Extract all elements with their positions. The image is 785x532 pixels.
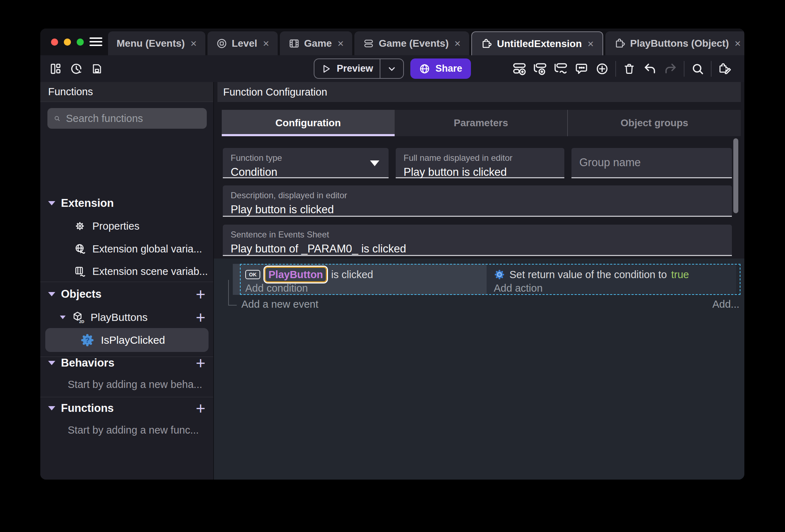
save-button[interactable] (87, 58, 107, 79)
tab-parameters[interactable]: Parameters (395, 110, 568, 136)
close-tab-icon[interactable]: × (588, 38, 594, 50)
tab-configuration[interactable]: Configuration (222, 110, 395, 136)
object-2d-icon: 2D (71, 311, 85, 324)
preview-options-button[interactable] (380, 59, 403, 78)
action-value-true: true (671, 269, 689, 281)
add-subevent-icon (533, 62, 547, 76)
add-ellipsis-button[interactable]: Add... (712, 298, 739, 310)
full-name-field[interactable]: Full name displayed in editor Play butto… (396, 148, 564, 178)
main-menu-icon[interactable] (89, 36, 102, 47)
add-object-button[interactable]: + (196, 286, 205, 302)
share-button[interactable]: Share (410, 58, 471, 79)
add-new-event-button[interactable]: Add a new event (241, 298, 318, 310)
tab-game-events[interactable]: Game (Events) × (354, 31, 469, 55)
tab-label: Game (304, 38, 332, 49)
preview-label: Preview (337, 63, 373, 74)
chevron-down-icon (387, 64, 397, 74)
group-name-field[interactable] (571, 148, 732, 178)
add-circle-button[interactable] (592, 58, 612, 79)
scene-icon (216, 38, 227, 49)
add-other-events-button[interactable] (550, 58, 571, 79)
delete-button[interactable] (619, 58, 640, 79)
panel-title: Function Configuration (217, 82, 741, 102)
sidebar-item-extension-global-variables[interactable]: Extension global varia... (73, 241, 202, 256)
version-history-button[interactable] (66, 58, 87, 79)
add-subevent-button[interactable] (530, 58, 550, 79)
preview-button[interactable]: Preview (314, 59, 380, 78)
toolbar-left-group (45, 58, 107, 79)
section-functions[interactable]: Functions + (40, 400, 213, 416)
close-tab-icon[interactable]: × (734, 37, 741, 50)
section-behaviors[interactable]: Behaviors + (40, 355, 213, 371)
chevron-down-icon (48, 361, 55, 365)
close-tab-icon[interactable]: × (263, 37, 270, 50)
event-row[interactable]: OK PlayButton is clicked Add condition (233, 264, 736, 295)
puzzle-icon (614, 37, 626, 50)
tab-bar: Menu (Events) × Level × (108, 31, 744, 55)
sentence-field[interactable]: Sentence in Events Sheet Play button of … (223, 225, 732, 256)
chevron-down-icon (48, 292, 55, 296)
tab-label: Menu (Events) (117, 38, 185, 49)
search-button[interactable] (687, 58, 708, 79)
add-action-button[interactable]: Add action (494, 282, 736, 294)
tab-menu-events[interactable]: Menu (Events) × (108, 31, 205, 55)
play-icon (321, 63, 332, 74)
circle-plus-icon (595, 62, 609, 76)
tab-level[interactable]: Level × (207, 31, 278, 55)
sidebar-item-properties[interactable]: Properties (73, 219, 139, 234)
sidebar-divider (40, 282, 213, 282)
function-type-select[interactable]: Function type Condition (223, 148, 389, 178)
undo-icon (643, 62, 657, 76)
field-value: Play button of _PARAM0_ is clicked (231, 242, 724, 255)
add-function-to-object-button[interactable]: + (196, 309, 205, 326)
open-project-manager-button[interactable] (45, 58, 66, 79)
chevron-down-icon (48, 406, 55, 410)
section-extension[interactable]: Extension (40, 195, 213, 211)
globe-variable-icon (73, 243, 87, 255)
condition-object-highlighted[interactable]: PlayButton (265, 267, 327, 282)
gear-action-icon (494, 269, 505, 280)
tab-game[interactable]: Game × (280, 31, 352, 55)
undo-button[interactable] (640, 58, 660, 79)
section-label: Extension (61, 197, 114, 210)
close-tab-icon[interactable]: × (454, 37, 461, 50)
search-functions-box[interactable] (47, 108, 207, 129)
description-field[interactable]: Description, displayed in editor Play bu… (223, 185, 732, 217)
sidebar-divider (40, 397, 213, 397)
edit-extension-button[interactable] (714, 58, 735, 79)
tab-playbuttons-object[interactable]: PlayButtons (Object) × (605, 31, 744, 55)
add-event-button[interactable] (509, 58, 530, 79)
object-label: PlayButtons (91, 311, 148, 323)
add-comment-button[interactable] (571, 58, 592, 79)
condition-function-icon: ? (80, 333, 94, 347)
function-configuration-panel: Function Configuration Configuration Par… (214, 82, 744, 480)
add-free-function-button[interactable]: + (196, 400, 205, 416)
functions-sidebar: Functions Extension (40, 82, 214, 480)
tab-object-groups[interactable]: Object groups (567, 110, 741, 136)
close-tab-icon[interactable]: × (190, 37, 197, 50)
group-name-input[interactable] (579, 156, 724, 169)
field-value: Play button is clicked (404, 166, 556, 179)
close-tab-icon[interactable]: × (338, 37, 344, 50)
share-label: Share (435, 63, 462, 74)
minimize-window-button[interactable] (64, 39, 71, 46)
tab-untitled-extension[interactable]: UntitledExtension × (471, 31, 603, 55)
redo-button[interactable] (660, 58, 681, 79)
tab-label: Game (Events) (379, 38, 448, 49)
section-label: Functions (61, 402, 114, 415)
trash-icon (623, 62, 636, 75)
close-window-button[interactable] (51, 39, 58, 46)
section-objects[interactable]: Objects + (40, 286, 213, 302)
object-playbuttons[interactable]: 2D PlayButtons + (40, 310, 213, 325)
event-conditions-column[interactable]: OK PlayButton is clicked Add condition (233, 264, 487, 295)
add-condition-button[interactable]: Add condition (245, 282, 487, 294)
globe-icon (419, 63, 430, 75)
add-behavior-button[interactable]: + (196, 355, 205, 371)
event-actions-column[interactable]: Set return value of the condition to tru… (487, 264, 736, 295)
vertical-scrollbar[interactable] (733, 138, 738, 213)
zoom-window-button[interactable] (77, 39, 84, 46)
search-functions-input[interactable] (66, 113, 200, 124)
sidebar-item-extension-scene-variables[interactable]: Extension scene variab... (73, 264, 208, 279)
sidebar-item-isplayclicked-selected[interactable]: ? IsPlayClicked (45, 328, 209, 352)
tab-label: UntitledExtension (497, 38, 582, 50)
